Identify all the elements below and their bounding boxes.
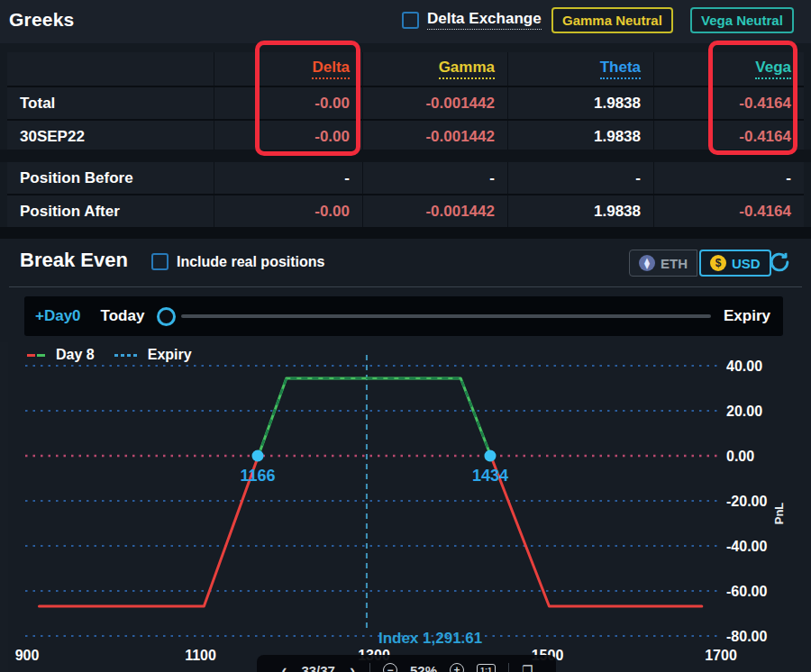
zoom-in-icon[interactable]: + [450, 663, 464, 672]
break-even-title: Break Even [20, 249, 128, 272]
svg-text:-60.00: -60.00 [726, 584, 767, 599]
time-slider-track[interactable] [181, 314, 711, 318]
svg-text:Index 1,291.61: Index 1,291.61 [378, 630, 482, 647]
copy-view-icon[interactable]: ❐ [522, 663, 533, 672]
legend-expiry-label[interactable]: Expiry [148, 347, 192, 363]
delta-exchange-checkbox[interactable] [402, 12, 419, 29]
pos-before-gamma: - [362, 162, 507, 194]
total-theta-value: 1.9838 [507, 87, 653, 119]
column-header-delta[interactable]: Delta [214, 52, 362, 86]
prev-strategy-button[interactable]: ‹ [279, 662, 288, 672]
expiry-line-marker [114, 354, 137, 357]
svg-text:1700: 1700 [705, 648, 737, 663]
vega-neutral-button[interactable]: Vega Neutral [690, 7, 794, 33]
slider-end-label: Expiry [724, 307, 770, 325]
svg-text:0.00: 0.00 [726, 449, 754, 464]
pos-after-delta: -0.00 [214, 195, 362, 227]
pos-before-theta: - [507, 162, 653, 194]
svg-text:20.00: 20.00 [726, 404, 762, 419]
time-slider-bar: +Day0 Today Expiry [24, 296, 783, 336]
gamma-neutral-button[interactable]: Gamma Neutral [551, 7, 673, 33]
total-gamma-value: -0.001442 [362, 87, 507, 119]
svg-text:1434: 1434 [472, 467, 508, 485]
table-gap [0, 150, 811, 162]
day8-line-marker [27, 354, 45, 357]
day-offset-label: +Day0 [35, 307, 81, 325]
include-real-positions-label: Include real positions [177, 254, 324, 270]
30sep22-gamma-value: -0.001442 [362, 121, 507, 152]
zoom-level[interactable]: 52% [410, 663, 437, 672]
usd-currency-button[interactable]: $ USD [699, 250, 771, 277]
legend-day8-label[interactable]: Day 8 [56, 347, 95, 363]
svg-text:1100: 1100 [185, 648, 216, 663]
column-header-gamma[interactable]: Gamma [362, 52, 507, 86]
greeks-title: Greeks [9, 9, 74, 31]
table-row-position-before: Position Before - - - - [7, 162, 804, 194]
column-header-vega[interactable]: Vega [653, 52, 804, 86]
total-delta-value: -0.00 [214, 87, 362, 119]
eth-icon: ⧫ [639, 255, 655, 271]
svg-text:40.00: 40.00 [726, 359, 762, 374]
row-label: Total [7, 87, 214, 119]
table-row-position-after: Position After -0.00 -0.001442 1.9838 -0… [7, 194, 804, 227]
pos-before-vega: - [653, 162, 804, 194]
eth-currency-button[interactable]: ⧫ ETH [629, 250, 697, 277]
break-even-panel: Break Even Include real positions ⧫ ETH … [0, 239, 811, 672]
svg-text:900: 900 [15, 648, 40, 663]
30sep22-delta-value: -0.00 [214, 121, 362, 152]
toolbar-divider [369, 663, 370, 672]
table-row-total: Total -0.00 -0.001442 1.9838 -0.4164 [7, 86, 804, 119]
next-strategy-button[interactable]: › [348, 662, 357, 672]
svg-text:1166: 1166 [240, 467, 275, 485]
pos-before-delta: - [214, 162, 362, 194]
currency-toggle: ⧫ ETH $ USD [629, 250, 771, 277]
svg-text:PnL: PnL [772, 503, 786, 525]
30sep22-theta-value: 1.9838 [507, 121, 653, 152]
chart-bottom-toolbar: ‹ 33/37 › − 52% + 1:1 ❐ [257, 655, 556, 672]
greeks-header-bar: Greeks Delta Exchange Gamma Neutral Vega… [0, 0, 811, 43]
slider-start-label: Today [101, 307, 145, 325]
pos-after-vega: -0.4164 [653, 195, 804, 227]
column-header-theta[interactable]: Theta [507, 52, 653, 86]
eth-label: ETH [661, 256, 688, 271]
svg-text:-80.00: -80.00 [726, 629, 767, 644]
usd-label: USD [732, 256, 761, 271]
divider-line [9, 286, 802, 287]
greeks-table: Delta Gamma Theta Vega Total -0.00 -0.00… [7, 52, 804, 152]
zoom-out-icon[interactable]: − [383, 663, 397, 672]
30sep22-vega-value: -0.4164 [653, 121, 804, 152]
position-table: Position Before - - - - Position After -… [7, 162, 804, 227]
delta-exchange-toggle: Delta Exchange [402, 10, 542, 30]
break-even-chart[interactable]: 40.0020.000.00-20.00-40.00-60.00-80.0090… [0, 342, 811, 672]
table-row-30sep22: 30SEP22 -0.00 -0.001442 1.9838 -0.4164 [7, 119, 804, 152]
toolbar-divider [508, 663, 509, 672]
include-real-positions-toggle: Include real positions [151, 253, 324, 270]
greeks-table-header-row: Delta Gamma Theta Vega [7, 52, 804, 86]
row-label: 30SEP22 [7, 121, 214, 152]
row-label: Position Before [7, 162, 214, 194]
strategy-counter: 33/37 [301, 663, 335, 672]
delta-exchange-label: Delta Exchange [427, 10, 542, 30]
svg-text:-40.00: -40.00 [726, 539, 767, 554]
total-vega-value: -0.4164 [653, 87, 804, 119]
svg-text:-20.00: -20.00 [726, 494, 767, 509]
usd-icon: $ [710, 255, 726, 271]
pos-after-theta: 1.9838 [507, 195, 653, 227]
header-empty-cell [7, 52, 214, 86]
row-label: Position After [7, 195, 214, 227]
refresh-icon[interactable] [768, 250, 791, 274]
time-slider-handle[interactable] [157, 307, 176, 326]
actual-size-icon[interactable]: 1:1 [477, 664, 496, 672]
include-real-positions-checkbox[interactable] [151, 253, 169, 270]
pos-after-gamma: -0.001442 [362, 195, 507, 227]
trading-greeks-panel: Greeks Delta Exchange Gamma Neutral Vega… [0, 0, 811, 672]
section-separator [0, 227, 811, 239]
chart-legend: Day 8 Expiry [27, 347, 192, 363]
